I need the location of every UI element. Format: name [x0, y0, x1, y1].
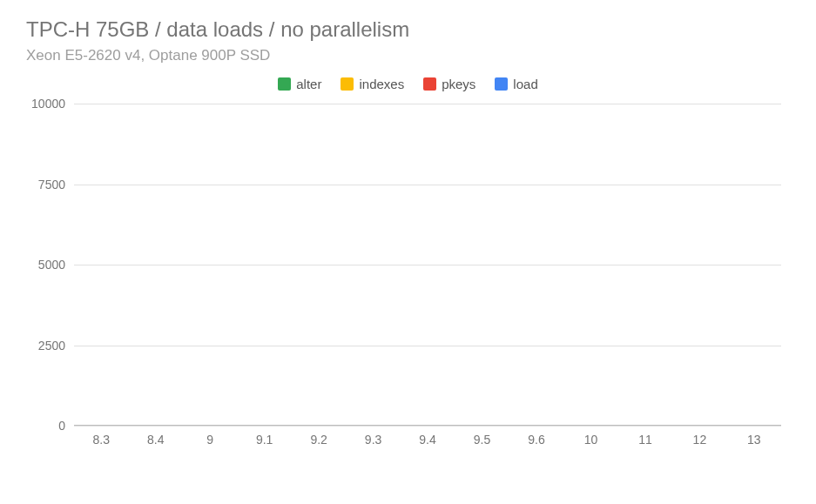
- y-tick-label: 2500: [26, 339, 65, 353]
- legend-label-indexes: indexes: [359, 77, 404, 91]
- plot-area: 025005000750010000: [74, 104, 781, 426]
- legend-item-load: load: [495, 77, 537, 91]
- chart-title: TPC-H 75GB / data loads / no parallelism: [26, 17, 790, 42]
- y-tick-label: 0: [26, 419, 65, 433]
- x-tick-label: 12: [672, 433, 726, 447]
- chart-subtitle: Xeon E5-2620 v4, Optane 900P SSD: [26, 47, 790, 64]
- swatch-alter: [278, 77, 291, 91]
- bar-slot: [237, 104, 291, 425]
- legend-item-pkeys: pkeys: [423, 77, 475, 91]
- swatch-pkeys: [423, 77, 436, 91]
- bar-slot: [292, 104, 346, 425]
- swatch-load: [495, 77, 508, 91]
- bar-slot: [346, 104, 400, 425]
- legend-item-alter: alter: [278, 77, 321, 91]
- y-tick-label: 7500: [26, 178, 65, 192]
- x-tick-label: 9.4: [401, 433, 455, 447]
- bar-slot: [618, 104, 672, 425]
- legend-label-pkeys: pkeys: [442, 77, 475, 91]
- x-tick-label: 9.5: [455, 433, 509, 447]
- x-tick-label: 9.6: [509, 433, 563, 447]
- x-tick-label: 9: [183, 433, 237, 447]
- bar-slot: [401, 104, 455, 425]
- x-tick-label: 9.2: [292, 433, 346, 447]
- bar-slot: [509, 104, 563, 425]
- x-tick-label: 11: [618, 433, 672, 447]
- x-tick-label: 10: [563, 433, 617, 447]
- bar-slot: [74, 104, 128, 425]
- bar-slot: [672, 104, 726, 425]
- x-tick-label: 8.3: [74, 433, 128, 447]
- swatch-indexes: [341, 77, 354, 91]
- bar-slot: [455, 104, 509, 425]
- y-tick-label: 10000: [26, 97, 65, 111]
- x-axis-labels: 8.38.499.19.29.39.49.59.610111213: [74, 433, 781, 447]
- bar-slot: [183, 104, 237, 425]
- gridline: [74, 426, 781, 427]
- x-tick-label: 8.4: [128, 433, 182, 447]
- y-tick-label: 5000: [26, 258, 65, 272]
- legend-label-alter: alter: [296, 77, 321, 91]
- legend-item-indexes: indexes: [341, 77, 404, 91]
- bar-slot: [128, 104, 182, 425]
- x-tick-label: 9.3: [346, 433, 400, 447]
- bars-container: [74, 104, 781, 426]
- bar-slot: [563, 104, 617, 425]
- x-tick-label: 9.1: [237, 433, 291, 447]
- legend: alter indexes pkeys load: [26, 77, 790, 91]
- x-tick-label: 13: [727, 433, 781, 447]
- legend-label-load: load: [513, 77, 537, 91]
- bar-slot: [727, 104, 781, 425]
